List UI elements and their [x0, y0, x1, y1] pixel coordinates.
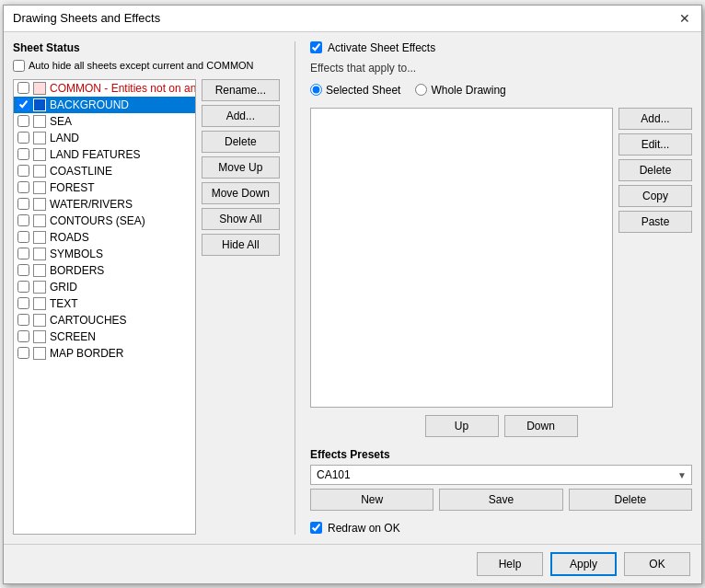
sheet-item-land[interactable]: LAND [14, 130, 195, 146]
sheet-color-roads [33, 231, 46, 244]
sheet-item-borders[interactable]: BORDERS [14, 262, 195, 279]
auto-hide-row: Auto hide all sheets except current and … [13, 60, 280, 72]
sheet-visible-checkbox-screen[interactable] [17, 330, 29, 342]
sheet-item-land-features[interactable]: LAND FEATURES [14, 146, 195, 163]
sheet-name-common: COMMON - Entities not on any sh [50, 82, 196, 95]
delete-sheet-button[interactable]: Delete [202, 131, 280, 153]
auto-hide-checkbox[interactable] [13, 60, 25, 72]
sheet-item-background[interactable]: BACKGROUND [14, 97, 195, 113]
sheet-visible-checkbox-land[interactable] [17, 132, 29, 144]
sheet-item-common[interactable]: COMMON - Entities not on any sh [14, 80, 195, 97]
drawing-sheets-dialog: Drawing Sheets and Effects ✕ Sheet Statu… [3, 5, 702, 584]
sheet-visible-checkbox-map-border[interactable] [17, 347, 29, 359]
sheet-color-screen [33, 330, 46, 343]
sheet-visible-checkbox-water-rivers[interactable] [17, 198, 29, 210]
preset-dropdown[interactable]: CA101 CA102 CA103 [310, 465, 692, 485]
sheet-name-text: TEXT [50, 297, 78, 310]
sheet-name-contours-sea: CONTOURS (SEA) [50, 214, 145, 227]
help-button[interactable]: Help [477, 552, 543, 576]
effects-area: Add... Edit... Delete Copy Paste [310, 108, 692, 408]
rename-button[interactable]: Rename... [202, 79, 280, 101]
sheet-visible-checkbox-common[interactable] [17, 82, 29, 94]
side-buttons: Rename... Add... Delete Move Up Move Dow… [202, 79, 280, 535]
presets-label: Effects Presets [310, 448, 692, 461]
preset-dropdown-wrapper: CA101 CA102 CA103 ▼ [310, 465, 692, 485]
effects-paste-button[interactable]: Paste [618, 211, 692, 233]
effects-delete-button[interactable]: Delete [618, 159, 692, 181]
title-bar: Drawing Sheets and Effects ✕ [4, 6, 701, 32]
sheet-visible-checkbox-grid[interactable] [17, 281, 29, 293]
move-up-button[interactable]: Move Up [202, 156, 280, 179]
presets-section: Effects Presets CA101 CA102 CA103 ▼ New … [310, 448, 692, 511]
sheet-visible-checkbox-coastline[interactable] [17, 165, 29, 177]
preset-new-button[interactable]: New [310, 489, 433, 511]
sheet-item-grid[interactable]: GRID [14, 279, 195, 295]
sheet-item-symbols[interactable]: SYMBOLS [14, 246, 195, 262]
sheet-color-background [33, 98, 46, 111]
sheet-visible-checkbox-sea[interactable] [17, 115, 29, 127]
sheet-name-grid: GRID [50, 281, 77, 294]
redraw-checkbox[interactable] [310, 522, 322, 534]
close-button[interactable]: ✕ [677, 11, 692, 26]
presets-buttons-row: New Save Delete [310, 489, 692, 511]
sheet-name-land: LAND [50, 132, 79, 144]
sheet-color-text [33, 297, 46, 310]
sheet-visible-checkbox-cartouches[interactable] [17, 314, 29, 326]
sheet-item-water-rivers[interactable]: WATER/RIVERS [14, 196, 195, 213]
auto-hide-label: Auto hide all sheets except current and … [29, 60, 254, 71]
radio-row: Selected Sheet Whole Drawing [310, 84, 692, 97]
sheet-visible-checkbox-land-features[interactable] [17, 148, 29, 160]
sheet-list-container: COMMON - Entities not on any shBACKGROUN… [13, 79, 280, 535]
sheet-status-label: Sheet Status [13, 41, 280, 54]
up-down-row: Up Down [310, 415, 692, 437]
sheet-name-screen: SCREEN [50, 330, 96, 343]
radio-whole-drawing-label[interactable]: Whole Drawing [415, 84, 505, 97]
radio-selected-sheet[interactable] [310, 84, 322, 96]
add-sheet-button[interactable]: Add... [202, 105, 280, 127]
sheet-visible-checkbox-text[interactable] [17, 297, 29, 309]
preset-delete-button[interactable]: Delete [569, 489, 692, 511]
sheet-name-forest: FOREST [50, 181, 95, 194]
dialog-body: Sheet Status Auto hide all sheets except… [4, 32, 701, 544]
sheet-item-coastline[interactable]: COASTLINE [14, 163, 195, 179]
effects-side-buttons: Add... Edit... Delete Copy Paste [618, 108, 692, 408]
sheet-item-cartouches[interactable]: CARTOUCHES [14, 312, 195, 329]
sheet-item-sea[interactable]: SEA [14, 113, 195, 130]
effects-edit-button[interactable]: Edit... [618, 133, 692, 156]
sheet-item-contours-sea[interactable]: CONTOURS (SEA) [14, 213, 195, 229]
radio-whole-drawing-text: Whole Drawing [431, 84, 505, 97]
sheet-visible-checkbox-forest[interactable] [17, 181, 29, 193]
sheet-item-map-border[interactable]: MAP BORDER [14, 345, 195, 362]
ok-button[interactable]: OK [624, 552, 690, 576]
sheet-visible-checkbox-background[interactable] [17, 98, 29, 110]
sheet-visible-checkbox-contours-sea[interactable] [17, 214, 29, 226]
sheet-name-map-border: MAP BORDER [50, 347, 123, 360]
effects-down-button[interactable]: Down [504, 415, 578, 437]
effects-copy-button[interactable]: Copy [618, 185, 692, 207]
sheet-item-roads[interactable]: ROADS [14, 229, 195, 246]
sheet-visible-checkbox-borders[interactable] [17, 264, 29, 276]
radio-whole-drawing[interactable] [415, 84, 427, 96]
hide-all-button[interactable]: Hide All [202, 234, 280, 256]
sheet-color-symbols [33, 248, 46, 260]
sheet-item-text[interactable]: TEXT [14, 295, 195, 312]
apply-button[interactable]: Apply [550, 552, 617, 576]
show-all-button[interactable]: Show All [202, 208, 280, 230]
radio-selected-sheet-label[interactable]: Selected Sheet [310, 84, 400, 97]
effects-list-box [310, 108, 613, 408]
sheet-name-sea: SEA [50, 115, 72, 128]
effects-up-button[interactable]: Up [425, 415, 499, 437]
activate-checkbox[interactable] [310, 41, 322, 53]
sheet-item-forest[interactable]: FOREST [14, 179, 195, 196]
right-panel: Activate Sheet Effects Effects that appl… [310, 41, 692, 535]
sheet-color-contours-sea [33, 214, 46, 227]
sheet-visible-checkbox-roads[interactable] [17, 231, 29, 243]
sheet-item-screen[interactable]: SCREEN [14, 329, 195, 345]
effects-add-button[interactable]: Add... [618, 108, 692, 130]
sheet-visible-checkbox-symbols[interactable] [17, 248, 29, 259]
sheet-name-background: BACKGROUND [50, 98, 129, 111]
sheet-name-symbols: SYMBOLS [50, 248, 103, 260]
redraw-label: Redraw on OK [328, 522, 400, 535]
preset-save-button[interactable]: Save [439, 489, 562, 511]
move-down-button[interactable]: Move Down [202, 182, 280, 204]
